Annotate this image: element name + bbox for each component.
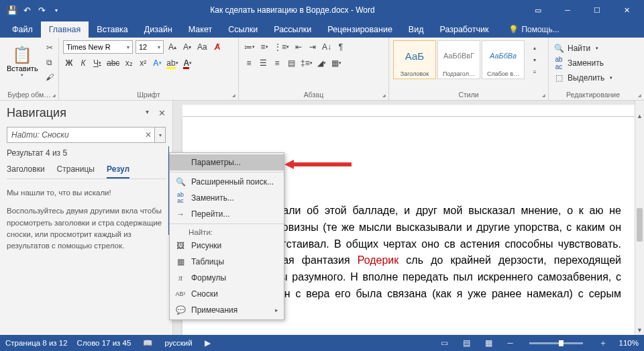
tab-layout[interactable]: Макет [180, 21, 220, 38]
bold-button[interactable]: Ж [63, 56, 75, 70]
increase-indent-icon[interactable]: ⇥ [307, 40, 319, 54]
scroll-up-icon[interactable]: ▲ [635, 113, 644, 119]
ribbon-options-icon[interactable]: ▭ [523, 0, 553, 20]
qat-dropdown-icon[interactable]: ▾ [51, 5, 62, 15]
nav-search-dropdown-icon[interactable]: ▾ [154, 128, 165, 142]
save-icon[interactable]: 💾 [7, 5, 17, 15]
styles-gallery[interactable]: АаБЗаголовок АаБбВвГПодзагол… АаБбВвСлаб… [393, 40, 525, 79]
status-words[interactable]: Слово 17 из 45 [77, 339, 131, 347]
tab-design[interactable]: Дизайн [136, 21, 180, 38]
align-left-icon[interactable]: ≡ [243, 56, 255, 70]
shrink-font-icon[interactable]: A▾ [181, 40, 193, 54]
styles-more-icon[interactable]: ≡ [529, 66, 541, 78]
undo-icon[interactable]: ↶ [21, 5, 32, 15]
align-right-icon[interactable]: ≡ [271, 56, 283, 70]
subscript-button[interactable]: x₂ [123, 56, 135, 70]
menu-tables[interactable]: ▦Таблицы [170, 254, 284, 270]
chevron-right-icon: ▸ [275, 307, 278, 313]
font-size-combo[interactable]: 12▾ [136, 40, 164, 54]
tell-me[interactable]: 💡Помощь... [502, 21, 566, 38]
zoom-out-icon[interactable]: ─ [504, 339, 515, 347]
spellcheck-icon[interactable]: 📖 [140, 338, 155, 348]
nav-search-box[interactable]: ✕ ▾ [7, 127, 166, 143]
decrease-indent-icon[interactable]: ⇤ [292, 40, 305, 54]
show-marks-icon[interactable]: ¶ [335, 40, 347, 54]
font-name-combo[interactable]: Times New R▾ [63, 40, 133, 54]
nav-close-icon[interactable]: ✕ [158, 108, 166, 118]
cut-icon[interactable]: ✂ [44, 42, 56, 54]
nav-tab-pages[interactable]: Страницы [57, 164, 95, 179]
highlight-icon[interactable]: ab▾ [165, 56, 179, 70]
menu-options[interactable]: Параметры... [170, 154, 284, 170]
maximize-icon[interactable]: ☐ [582, 0, 612, 20]
underline-button[interactable]: Ч▾ [91, 56, 103, 70]
tab-view[interactable]: Вид [400, 21, 432, 38]
tab-mailings[interactable]: Рассылки [266, 21, 319, 38]
status-language[interactable]: русский [164, 339, 192, 347]
styles-scroll-up-icon[interactable]: ▴ [529, 42, 541, 54]
replace-button[interactable]: abacЗаменить [553, 55, 640, 71]
tab-insert[interactable]: Вставка [89, 21, 136, 38]
menu-footnotes[interactable]: AB¹Сноски [170, 286, 284, 302]
scrollbar-thumb[interactable] [637, 208, 643, 242]
copy-icon[interactable]: ⧉ [44, 56, 56, 68]
nav-tab-headings[interactable]: Заголовки [7, 164, 45, 179]
select-button[interactable]: ⬚Выделить▾ [553, 72, 640, 83]
style-item[interactable]: АаБЗаголовок [393, 40, 436, 79]
nav-search-input[interactable] [7, 130, 142, 140]
nav-tabs: Заголовки Страницы Резул [7, 164, 166, 179]
style-item[interactable]: АаБбВвСлабое в… [482, 40, 525, 79]
shading-icon[interactable]: ◢▾ [316, 56, 328, 70]
style-item[interactable]: АаБбВвГПодзагол… [437, 40, 480, 79]
format-painter-icon[interactable]: 🖌 [44, 71, 56, 83]
find-icon: 🔍 [554, 44, 564, 53]
minimize-icon[interactable]: ─ [553, 0, 582, 20]
clear-format-icon[interactable]: A̸ [211, 40, 223, 54]
tab-file[interactable]: Файл [4, 21, 41, 38]
nav-dropdown-icon[interactable]: ▾ [146, 108, 149, 118]
print-layout-icon[interactable]: ▤ [460, 338, 473, 348]
menu-goto[interactable]: →Перейти... [170, 206, 284, 222]
find-button[interactable]: 🔍Найти▾ [553, 43, 640, 54]
align-center-icon[interactable]: ☰ [257, 56, 269, 70]
styles-scroll-down-icon[interactable]: ▾ [529, 54, 541, 66]
menu-replace[interactable]: abacЗаменить... [170, 190, 284, 206]
font-color-icon[interactable]: A▾ [182, 56, 194, 70]
tab-review[interactable]: Рецензирование [319, 21, 400, 38]
grow-font-icon[interactable]: A▴ [166, 40, 178, 54]
menu-formulas[interactable]: πФормулы [170, 270, 284, 286]
close-icon[interactable]: ✕ [612, 0, 641, 20]
macro-icon[interactable]: ▶ [202, 338, 213, 348]
numbering-icon[interactable]: ≡▾ [258, 40, 270, 54]
ruler[interactable] [182, 105, 635, 117]
status-page[interactable]: Страница 8 из 12 [5, 339, 68, 347]
paste-button[interactable]: 📋 Вставить ▾ [4, 40, 41, 83]
web-layout-icon[interactable]: ▦ [482, 338, 495, 348]
zoom-slider[interactable] [529, 342, 583, 344]
zoom-in-icon[interactable]: ＋ [596, 338, 610, 348]
borders-icon[interactable]: ▦▾ [330, 56, 343, 70]
line-spacing-icon[interactable]: ‡≡▾ [299, 56, 314, 70]
strike-button[interactable]: abc [105, 56, 121, 70]
menu-pictures[interactable]: 🖼Рисунки [170, 238, 284, 254]
scroll-down-icon[interactable]: ▼ [635, 327, 644, 334]
tab-references[interactable]: Ссылки [220, 21, 266, 38]
text-effects-icon[interactable]: A▾ [151, 56, 163, 70]
redo-icon[interactable]: ↷ [36, 5, 47, 15]
superscript-button[interactable]: x² [137, 56, 149, 70]
bullets-icon[interactable]: ≔▾ [243, 40, 256, 54]
sort-icon[interactable]: A↓ [321, 40, 333, 54]
tab-developer[interactable]: Разработчик [431, 21, 496, 38]
tab-home[interactable]: Главная [41, 21, 89, 38]
justify-icon[interactable]: ▤ [285, 56, 297, 70]
italic-button[interactable]: К [77, 56, 89, 70]
change-case-icon[interactable]: Aa [196, 40, 209, 54]
zoom-level[interactable]: 110% [619, 339, 639, 347]
nav-tab-results[interactable]: Резул [107, 164, 129, 179]
menu-advanced-find[interactable]: 🔍Расширенный поиск... [170, 174, 284, 190]
nav-search-clear-icon[interactable]: ✕ [142, 130, 154, 140]
vertical-scrollbar[interactable]: ▲ ▼ [635, 101, 644, 335]
read-mode-icon[interactable]: ▭ [438, 338, 451, 348]
multilevel-icon[interactable]: ⋮≡▾ [272, 40, 290, 54]
menu-comments[interactable]: 💬Примечания▸ [170, 302, 284, 318]
